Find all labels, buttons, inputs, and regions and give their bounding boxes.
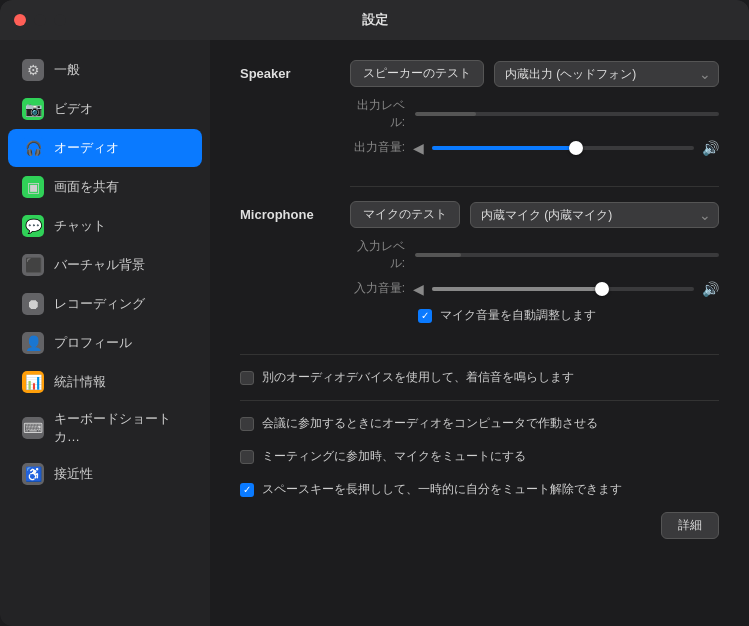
speaker-dropdown-wrapper: 内蔵出力 (ヘッドフォン) 外部スピーカー <box>494 61 719 87</box>
microphone-slider-wrapper <box>432 287 694 291</box>
spacebar-checkbox[interactable] <box>240 483 254 497</box>
input-level-fill <box>415 253 461 257</box>
auto-adjust-label: マイク音量を自動調整します <box>440 307 596 324</box>
output-level-fill <box>415 112 476 116</box>
sidebar-label-stats: 統計情報 <box>54 373 106 391</box>
close-button[interactable] <box>14 14 26 26</box>
auto-adjust-checkbox[interactable] <box>418 309 432 323</box>
access-icon: ♿ <box>22 463 44 485</box>
ring-device-checkbox[interactable] <box>240 371 254 385</box>
section-divider-3 <box>240 400 719 401</box>
sidebar-item-record[interactable]: ⏺レコーディング <box>8 285 202 323</box>
sidebar-label-keyboard: キーボードショートカ… <box>54 410 188 446</box>
sidebar-label-virtual: バーチャル背景 <box>54 256 145 274</box>
speaker-slider-fill <box>432 146 576 150</box>
microphone-label: Microphone <box>240 201 350 222</box>
sidebar-label-chat: チャット <box>54 217 106 235</box>
main-content: ⚙一般📷ビデオ🎧オーディオ▣画面を共有💬チャット⬛バーチャル背景⏺レコーディング… <box>0 40 749 626</box>
mic-volume-low-icon: ◀ <box>413 281 424 297</box>
mute-join-label: ミーティングに参加時、マイクをミュートにする <box>262 448 526 465</box>
spacebar-label: スペースキーを長押しして、一時的に自分をミュート解除できます <box>262 481 622 498</box>
sidebar-label-record: レコーディング <box>54 295 145 313</box>
join-audio-row: 会議に参加するときにオーディオをコンピュータで作動させる <box>240 411 719 436</box>
sidebar-item-keyboard[interactable]: ⌨キーボードショートカ… <box>8 402 202 454</box>
output-level-label: 出力レベル: <box>350 97 405 131</box>
sidebar-label-video: ビデオ <box>54 100 93 118</box>
sidebar-item-profile[interactable]: 👤プロフィール <box>8 324 202 362</box>
volume-low-icon: ◀ <box>413 140 424 156</box>
speaker-controls: スピーカーのテスト 内蔵出力 (ヘッドフォン) 外部スピーカー 出力レベル: <box>350 60 719 166</box>
speaker-slider-thumb[interactable] <box>569 141 583 155</box>
sidebar: ⚙一般📷ビデオ🎧オーディオ▣画面を共有💬チャット⬛バーチャル背景⏺レコーディング… <box>0 40 210 626</box>
join-audio-checkbox[interactable] <box>240 417 254 431</box>
microphone-level-row: 入力レベル: <box>350 238 719 272</box>
output-volume-label: 出力音量: <box>350 139 405 156</box>
speaker-test-button[interactable]: スピーカーのテスト <box>350 60 484 87</box>
microphone-dropdown-wrapper: 内蔵マイク (内蔵マイク) 外部マイク <box>470 202 719 228</box>
sidebar-item-video[interactable]: 📷ビデオ <box>8 90 202 128</box>
ring-device-row: 別のオーディオデバイスを使用して、着信音を鳴らします <box>240 365 719 390</box>
microphone-dropdown[interactable]: 内蔵マイク (内蔵マイク) 外部マイク <box>470 202 719 228</box>
sidebar-item-stats[interactable]: 📊統計情報 <box>8 363 202 401</box>
speaker-volume-row: 出力音量: ◀ 🔊 <box>350 139 719 156</box>
speaker-slider-wrapper <box>432 146 694 150</box>
sidebar-item-audio[interactable]: 🎧オーディオ <box>8 129 202 167</box>
app-window: 設定 ⚙一般📷ビデオ🎧オーディオ▣画面を共有💬チャット⬛バーチャル背景⏺レコーデ… <box>0 0 749 626</box>
mute-join-row: ミーティングに参加時、マイクをミュートにする <box>240 444 719 469</box>
window-title: 設定 <box>362 11 388 29</box>
section-divider-2 <box>240 354 719 355</box>
virtual-icon: ⬛ <box>22 254 44 276</box>
speaker-dropdown[interactable]: 内蔵出力 (ヘッドフォン) 外部スピーカー <box>494 61 719 87</box>
sidebar-item-general[interactable]: ⚙一般 <box>8 51 202 89</box>
input-volume-label: 入力音量: <box>350 280 405 297</box>
volume-high-icon: 🔊 <box>702 140 719 156</box>
sidebar-item-access[interactable]: ♿接近性 <box>8 455 202 493</box>
input-level-bar <box>415 253 719 257</box>
auto-adjust-row: マイク音量を自動調整します <box>418 307 719 324</box>
share-icon: ▣ <box>22 176 44 198</box>
microphone-slider-track[interactable] <box>432 287 694 291</box>
ring-device-label: 別のオーディオデバイスを使用して、着信音を鳴らします <box>262 369 574 386</box>
microphone-slider-thumb[interactable] <box>595 282 609 296</box>
speaker-section: Speaker スピーカーのテスト 内蔵出力 (ヘッドフォン) 外部スピーカー … <box>240 60 719 166</box>
record-icon: ⏺ <box>22 293 44 315</box>
detail-button[interactable]: 詳細 <box>661 512 719 539</box>
speaker-label: Speaker <box>240 60 350 81</box>
profile-icon: 👤 <box>22 332 44 354</box>
section-divider-1 <box>350 186 719 187</box>
microphone-top-row: マイクのテスト 内蔵マイク (内蔵マイク) 外部マイク <box>350 201 719 228</box>
spacebar-row: スペースキーを長押しして、一時的に自分をミュート解除できます <box>240 477 719 502</box>
sidebar-label-profile: プロフィール <box>54 334 132 352</box>
sidebar-label-share: 画面を共有 <box>54 178 119 196</box>
sidebar-item-share[interactable]: ▣画面を共有 <box>8 168 202 206</box>
microphone-controls: マイクのテスト 内蔵マイク (内蔵マイク) 外部マイク 入力レベル: <box>350 201 719 334</box>
sidebar-item-chat[interactable]: 💬チャット <box>8 207 202 245</box>
maximize-button[interactable] <box>54 14 66 26</box>
stats-icon: 📊 <box>22 371 44 393</box>
microphone-volume-row: 入力音量: ◀ 🔊 <box>350 280 719 297</box>
speaker-top-row: スピーカーのテスト 内蔵出力 (ヘッドフォン) 外部スピーカー <box>350 60 719 87</box>
mic-volume-high-icon: 🔊 <box>702 281 719 297</box>
bottom-row: 詳細 <box>240 512 719 539</box>
general-icon: ⚙ <box>22 59 44 81</box>
sidebar-label-access: 接近性 <box>54 465 93 483</box>
mute-join-checkbox[interactable] <box>240 450 254 464</box>
microphone-slider-fill <box>432 287 602 291</box>
microphone-test-button[interactable]: マイクのテスト <box>350 201 460 228</box>
content-area: Speaker スピーカーのテスト 内蔵出力 (ヘッドフォン) 外部スピーカー … <box>210 40 749 626</box>
speaker-level-row: 出力レベル: <box>350 97 719 131</box>
chat-icon: 💬 <box>22 215 44 237</box>
sidebar-item-virtual[interactable]: ⬛バーチャル背景 <box>8 246 202 284</box>
video-icon: 📷 <box>22 98 44 120</box>
microphone-section: Microphone マイクのテスト 内蔵マイク (内蔵マイク) 外部マイク 入… <box>240 201 719 334</box>
audio-icon: 🎧 <box>22 137 44 159</box>
join-audio-label: 会議に参加するときにオーディオをコンピュータで作動させる <box>262 415 598 432</box>
titlebar: 設定 <box>0 0 749 40</box>
traffic-lights <box>14 14 66 26</box>
speaker-slider-track[interactable] <box>432 146 694 150</box>
minimize-button[interactable] <box>34 14 46 26</box>
sidebar-label-general: 一般 <box>54 61 80 79</box>
input-level-label: 入力レベル: <box>350 238 405 272</box>
sidebar-label-audio: オーディオ <box>54 139 119 157</box>
keyboard-icon: ⌨ <box>22 417 44 439</box>
